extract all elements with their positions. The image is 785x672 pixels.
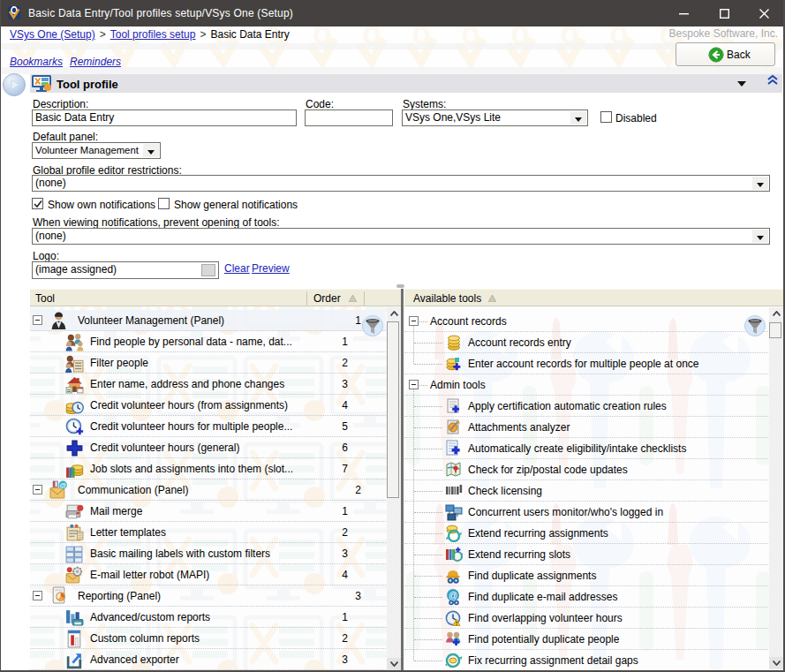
svg-text:@: @ [59,481,66,489]
svg-text:@: @ [449,591,457,600]
